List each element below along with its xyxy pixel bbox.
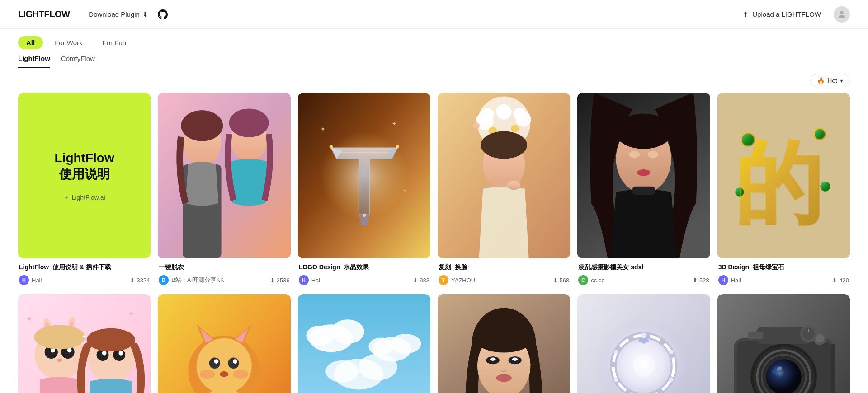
sub-tab-comfyflow[interactable]: ComfyFlow xyxy=(61,55,95,68)
svg-point-25 xyxy=(513,108,525,120)
svg-point-91 xyxy=(368,338,393,356)
card-4-image xyxy=(438,93,570,258)
card-6-title: 3D Design_祖母绿宝石 xyxy=(718,263,849,272)
card-4-meta: Y YAZHOU ⬇ 568 xyxy=(439,275,569,285)
card-9[interactable] xyxy=(298,294,430,393)
card-2-title: 一键脱衣 xyxy=(159,263,289,272)
svg-point-15 xyxy=(396,145,399,148)
svg-text:✦: ✦ xyxy=(320,126,326,133)
download-count-icon: ⬇ xyxy=(130,277,135,284)
card-2-downloads: ⬇ 2536 xyxy=(270,277,290,284)
card-5[interactable]: 凌乱感摄影棚美女 sdxl C cc.cc ⬇ 528 xyxy=(577,93,710,287)
svg-text:✦: ✦ xyxy=(392,121,396,127)
card-2-author: B站：AI开源分享KK xyxy=(171,276,267,284)
svg-point-32 xyxy=(507,181,520,190)
svg-point-60 xyxy=(34,325,85,350)
svg-point-39 xyxy=(637,169,650,176)
svg-point-23 xyxy=(481,108,494,121)
card-5-meta: C cc.cc ⬇ 528 xyxy=(578,275,709,285)
card-4-download-count: 568 xyxy=(560,277,570,284)
filter-tab-for-work[interactable]: For Work xyxy=(47,36,90,49)
card-3-image: ✦ ✦ ✦ xyxy=(298,93,430,258)
card-6-avatar: H xyxy=(718,275,728,285)
card-2-image xyxy=(158,93,290,258)
svg-point-122 xyxy=(614,350,618,355)
svg-point-83 xyxy=(233,370,249,379)
card-10[interactable] xyxy=(438,294,570,393)
sub-tab-lightflow[interactable]: LightFlow xyxy=(18,55,50,68)
download-plugin-button[interactable]: Download Plugin ⬇ xyxy=(84,8,153,21)
user-avatar[interactable] xyxy=(834,6,850,23)
card-6[interactable]: 的 的 3D Design_祖母绿宝石 H Hali ⬇ 420 xyxy=(717,93,850,287)
fire-icon: 🔥 xyxy=(817,77,825,84)
github-button[interactable] xyxy=(156,8,169,21)
card-8[interactable] xyxy=(158,294,290,393)
sort-dropdown[interactable]: 🔥 Hot ▾ xyxy=(810,74,850,87)
upload-button[interactable]: ⬆ Upload a LIGHTFLOW xyxy=(737,8,826,21)
filter-tab-all[interactable]: All xyxy=(18,36,43,49)
svg-point-105 xyxy=(473,322,534,352)
card-1-downloads: ⬇ 3324 xyxy=(130,277,150,284)
svg-point-36 xyxy=(615,113,672,149)
card-1-avatar: H xyxy=(19,275,29,285)
svg-point-14 xyxy=(329,145,332,148)
svg-point-119 xyxy=(669,378,674,382)
svg-point-54 xyxy=(67,348,72,353)
svg-point-90 xyxy=(390,334,421,354)
svg-point-110 xyxy=(496,374,512,382)
svg-point-121 xyxy=(614,378,618,382)
card-1-meta: H Hali ⬇ 3324 xyxy=(19,275,150,285)
card-3-meta: H Hali ⬇ 933 xyxy=(299,275,429,285)
card-7[interactable]: ✦ ✦ ✦ xyxy=(18,294,151,393)
card-6-info: 3D Design_祖母绿宝石 H Hali ⬇ 420 xyxy=(717,258,850,287)
svg-rect-137 xyxy=(748,332,763,339)
card-4-title: 复刻+换脸 xyxy=(439,263,569,272)
card-3-illustration: ✦ ✦ ✦ xyxy=(298,93,430,258)
card-5-info: 凌乱感摄影棚美女 sdxl C cc.cc ⬇ 528 xyxy=(577,258,710,287)
card-4-downloads: ⬇ 568 xyxy=(553,277,570,284)
card-12-illustration xyxy=(717,294,850,393)
card-5-image xyxy=(577,93,710,258)
card-8-image xyxy=(158,294,290,393)
logo[interactable]: LIGHTFLOW xyxy=(18,9,70,19)
card-1-image: LightFlow使用说明 ✦ LightFlow.ai xyxy=(18,93,151,258)
card-2[interactable]: 一键脱衣 B B站：AI开源分享KK ⬇ 2536 xyxy=(158,93,290,287)
card-3-author: Hali xyxy=(311,277,410,284)
avatar-icon xyxy=(837,9,847,19)
card-1-brand-label: LightFlow.ai xyxy=(72,194,105,201)
svg-point-80 xyxy=(233,359,238,364)
svg-point-65 xyxy=(118,351,123,356)
svg-point-77 xyxy=(209,358,220,369)
card-1-green-title: LightFlow使用说明 xyxy=(55,150,114,183)
svg-point-117 xyxy=(641,333,646,338)
filter-tabs: All For Work For Fun xyxy=(18,36,850,49)
card-3[interactable]: ✦ ✦ ✦ LOGO Design_水晶效果 H Hali ⬇ 933 xyxy=(298,93,430,287)
svg-point-55 xyxy=(57,359,62,362)
card-10-image xyxy=(438,294,570,393)
header-nav: Download Plugin ⬇ xyxy=(84,8,169,21)
card-3-download-count: 933 xyxy=(420,277,429,284)
svg-point-109 xyxy=(512,358,518,361)
sparkle-icon: ✦ xyxy=(64,194,69,201)
card-4-info: 复刻+换脸 Y YAZHOU ⬇ 568 xyxy=(438,258,570,287)
sort-label: Hot xyxy=(827,77,837,84)
card-1[interactable]: LightFlow使用说明 ✦ LightFlow.ai LightFlow_使… xyxy=(18,93,151,287)
svg-point-64 xyxy=(102,351,107,356)
svg-point-81 xyxy=(220,371,229,377)
upload-icon: ⬆ xyxy=(743,10,749,19)
card-5-avatar: C xyxy=(578,275,588,285)
svg-point-16 xyxy=(363,214,366,217)
download-icon-2: ⬇ xyxy=(270,277,275,284)
card-5-illustration xyxy=(577,93,710,258)
download-icon: ⬇ xyxy=(142,10,148,19)
sort-row: 🔥 Hot ▾ xyxy=(0,68,868,89)
download-icon-4: ⬇ xyxy=(553,277,558,284)
filter-tab-for-fun[interactable]: For Fun xyxy=(94,36,135,49)
card-2-download-count: 2536 xyxy=(277,277,290,284)
card-2-avatar: B xyxy=(159,275,169,285)
card-11[interactable] xyxy=(577,294,710,393)
card-4[interactable]: 复刻+换脸 Y YAZHOU ⬇ 568 xyxy=(438,93,570,287)
card-1-brand: ✦ LightFlow.ai xyxy=(64,194,105,201)
card-12[interactable] xyxy=(717,294,850,393)
svg-point-6 xyxy=(229,108,269,137)
